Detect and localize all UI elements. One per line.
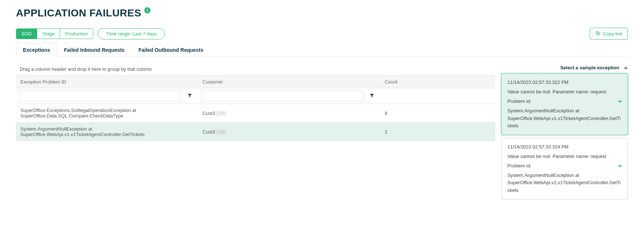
cell-exception: SuperOffice.Exceptions.SoIllegalOperatio…	[16, 104, 198, 123]
col-header-count[interactable]: Count	[380, 76, 495, 88]
sample-problem-id-label: Problem id:	[507, 162, 531, 170]
funnel-icon	[369, 93, 374, 99]
sample-exception-card[interactable]: 11/14/2023 02:57:33.322 PM Value cannot …	[501, 73, 628, 135]
filter-exception-button[interactable]	[184, 90, 195, 101]
sample-problem-id-label: Problem id:	[507, 98, 531, 105]
sample-message: Value cannot be null. Parameter name: re…	[507, 153, 622, 160]
table-row[interactable]: SuperOffice.Exceptions.SoIllegalOperatio…	[16, 104, 495, 123]
env-production-button[interactable]: Production	[60, 29, 93, 39]
time-range-button[interactable]: Time range: Last 7 days	[98, 28, 165, 39]
copy-link-button[interactable]: Copy link	[590, 28, 628, 40]
copy-link-label: Copy link	[603, 31, 623, 36]
info-icon[interactable]: i	[144, 7, 150, 13]
funnel-icon	[187, 93, 192, 99]
filter-exception-input[interactable]	[19, 90, 181, 101]
sample-exception-card[interactable]: 11/14/2023 02:57:33.314 PM Value cannot …	[501, 138, 628, 200]
copy-icon	[595, 31, 600, 37]
cell-exception: System.ArgumentNullException at SuperOff…	[16, 123, 198, 141]
sample-message: Value cannot be null. Parameter name: re…	[507, 88, 622, 96]
cell-customer: Cust31234	[198, 104, 380, 123]
cell-count: 2	[380, 123, 495, 141]
cell-count: 6	[380, 104, 495, 123]
environment-toggle: SOD Stage Production	[16, 28, 93, 39]
env-sod-button[interactable]: SOD	[16, 29, 37, 39]
col-header-exception[interactable]: Exception Problem ID	[16, 76, 198, 88]
tab-failed-outbound[interactable]: Failed Outbound Requests	[131, 43, 210, 57]
table-row[interactable]: System.ArgumentNullException at SuperOff…	[16, 123, 495, 141]
arrow-right-icon[interactable]: ➔	[618, 162, 622, 170]
sample-timestamp: 11/14/2023 02:57:33.322 PM	[507, 79, 622, 86]
filter-customer-input[interactable]	[201, 90, 364, 101]
filter-customer-button[interactable]	[366, 90, 377, 101]
sample-panel-header: Select a sample exception	[560, 65, 624, 70]
sample-exception-text: System.ArgumentNullException at SuperOff…	[507, 107, 622, 129]
exceptions-table: Exception Problem ID Customer Count	[16, 76, 495, 141]
cell-customer: Cust31234	[198, 123, 380, 141]
tabstrip: Exceptions Failed Inbound Requests Faile…	[16, 43, 628, 57]
col-header-customer[interactable]: Customer	[198, 76, 380, 88]
group-by-hint[interactable]: Drag a column header and drop it here to…	[16, 65, 495, 76]
sample-timestamp: 11/14/2023 02:57:33.314 PM	[507, 143, 622, 151]
page-title: APPLICATION FAILURES	[16, 7, 141, 19]
tab-exceptions[interactable]: Exceptions	[16, 43, 57, 57]
tab-failed-inbound[interactable]: Failed Inbound Requests	[57, 43, 131, 57]
arrow-right-icon[interactable]: ➔	[618, 98, 622, 105]
collapse-icon[interactable]	[624, 66, 628, 69]
env-stage-button[interactable]: Stage	[37, 29, 60, 39]
sample-exception-text: System.ArgumentNullException at SuperOff…	[507, 172, 622, 194]
